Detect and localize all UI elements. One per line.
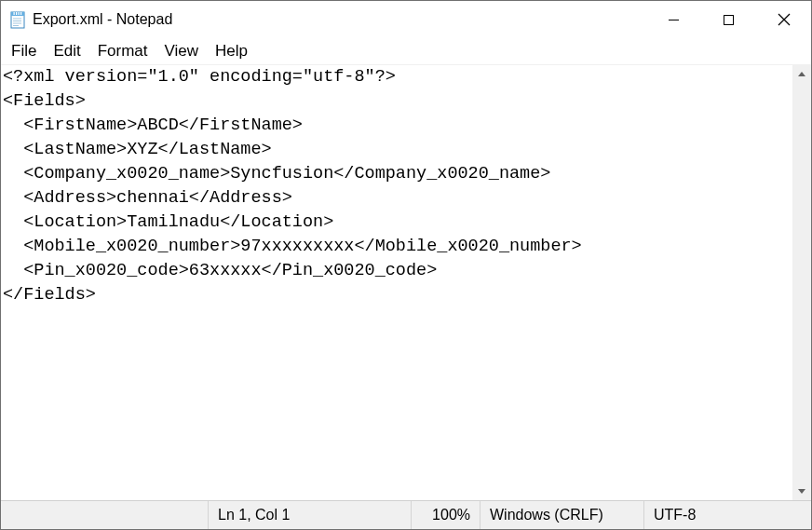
minimize-button[interactable] bbox=[646, 1, 701, 38]
svg-rect-2 bbox=[13, 12, 14, 15]
menu-edit[interactable]: Edit bbox=[45, 40, 88, 62]
status-blank bbox=[1, 501, 208, 529]
status-zoom: 100% bbox=[411, 501, 480, 529]
window-controls bbox=[646, 1, 811, 38]
menu-format[interactable]: Format bbox=[89, 40, 156, 62]
menu-view[interactable]: View bbox=[156, 40, 208, 62]
vertical-scrollbar[interactable] bbox=[792, 65, 811, 500]
menu-help[interactable]: Help bbox=[207, 40, 256, 62]
scroll-up-icon[interactable] bbox=[792, 65, 811, 84]
close-button[interactable] bbox=[756, 1, 811, 38]
status-position: Ln 1, Col 1 bbox=[208, 501, 411, 529]
window-title: Export.xml - Notepad bbox=[33, 11, 646, 28]
svg-rect-3 bbox=[16, 12, 17, 15]
svg-rect-4 bbox=[18, 12, 19, 15]
scroll-down-icon[interactable] bbox=[792, 482, 811, 500]
editor-area: <?xml version="1.0" encoding="utf-8"?> <… bbox=[1, 64, 811, 500]
status-encoding: UTF-8 bbox=[643, 501, 811, 529]
maximize-button[interactable] bbox=[701, 1, 756, 38]
menu-file[interactable]: File bbox=[3, 40, 45, 62]
title-bar: Export.xml - Notepad bbox=[1, 1, 811, 38]
notepad-icon bbox=[8, 10, 27, 29]
status-bar: Ln 1, Col 1 100% Windows (CRLF) UTF-8 bbox=[1, 500, 811, 529]
svg-rect-1 bbox=[11, 12, 24, 16]
svg-rect-11 bbox=[724, 15, 734, 24]
status-line-ending: Windows (CRLF) bbox=[480, 501, 643, 529]
menu-bar: File Edit Format View Help bbox=[1, 38, 811, 64]
text-editor[interactable]: <?xml version="1.0" encoding="utf-8"?> <… bbox=[1, 65, 811, 500]
svg-rect-5 bbox=[20, 12, 21, 15]
